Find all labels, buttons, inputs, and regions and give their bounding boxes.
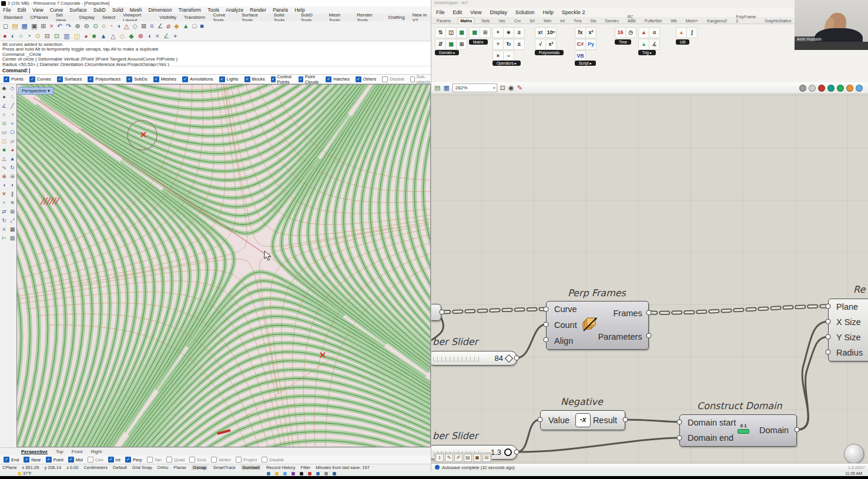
port-nub[interactable] <box>795 427 800 433</box>
trim-icon[interactable]: ✕ <box>0 190 8 199</box>
angle-icon[interactable]: α <box>649 27 660 38</box>
slider-track[interactable] <box>433 357 479 361</box>
status-cell-11[interactable]: Gumball <box>241 465 261 470</box>
gh-tab-15[interactable]: Kangaroo2 <box>705 18 729 24</box>
polyline-icon[interactable]: ∠ <box>0 102 8 110</box>
gem-orange-icon[interactable] <box>846 85 853 92</box>
square-icon[interactable]: x² <box>545 39 557 50</box>
cosine-icon[interactable]: ▲ <box>638 39 649 50</box>
osnap-toggle-checkbox-5[interactable]: ✓ <box>108 457 114 463</box>
gh-tab-11[interactable]: RC ABB <box>626 14 638 24</box>
gh-tab-8[interactable]: Trns <box>572 18 584 24</box>
construct-domain-output-0[interactable]: Domain <box>759 426 789 435</box>
osnap-toggle-icon[interactable]: ◆ <box>174 22 179 30</box>
status-cell-4[interactable]: Centimeters <box>84 465 108 470</box>
zoom-extents-icon[interactable]: ○ <box>102 22 106 30</box>
port-nub[interactable] <box>538 417 543 423</box>
chamfer-icon[interactable]: ◗ <box>8 181 16 190</box>
smooth-numbers-icon[interactable]: ▲ <box>676 27 687 38</box>
ribbon-group-label[interactable]: Polynomials <box>535 50 564 55</box>
gh-menu-3[interactable]: Display <box>490 9 507 15</box>
rhino-toolbar-tab-6[interactable]: Visibility <box>159 15 176 20</box>
selection-filter-checkbox-2[interactable]: ✓ <box>57 76 63 82</box>
ellipse-icon[interactable]: ⊙ <box>35 32 41 40</box>
gh-menu-6[interactable]: Speckle 2 <box>562 9 585 15</box>
domain-matrix-icon[interactable]: ▦ <box>456 27 467 38</box>
port-nub[interactable] <box>544 337 549 343</box>
osnap-toggle-7[interactable]: Tan <box>147 457 162 463</box>
pen-icon[interactable]: ✐ <box>454 454 463 462</box>
ribbon-group-label[interactable]: Util <box>676 39 689 45</box>
selection-filter-0[interactable]: ✓Points <box>4 76 24 82</box>
rhino-menu-4[interactable]: Surface <box>69 7 86 13</box>
sine-icon[interactable]: ▲ <box>638 27 649 38</box>
point-icon[interactable]: ● <box>0 93 8 102</box>
ribbon-group-label[interactable]: Matrix <box>469 39 488 45</box>
explode-icon[interactable]: ✳ <box>8 199 16 207</box>
bounds-icon[interactable]: ▩ <box>445 39 457 50</box>
points-on-icon[interactable]: ◇ <box>8 84 16 93</box>
osnap-toggle-checkbox-4[interactable] <box>88 457 93 463</box>
gem-green-icon[interactable] <box>837 85 844 92</box>
osnap-toggle-checkbox-0[interactable]: ✓ <box>4 457 9 463</box>
zoom-window-icon[interactable]: ⊙ <box>93 22 98 30</box>
radians-icon[interactable]: ∡ <box>649 39 660 50</box>
rectangle-input-3[interactable]: Radius <box>836 349 863 357</box>
gh-tab-9[interactable]: Dis <box>589 18 598 24</box>
split-icon[interactable]: ∠ <box>163 32 169 40</box>
extrude-icon[interactable]: △ <box>0 155 8 163</box>
integrate-icon[interactable]: ∫ <box>686 27 698 38</box>
python-script-icon[interactable]: Py <box>585 39 596 50</box>
factorial-icon[interactable]: x! <box>535 27 546 38</box>
point-icon[interactable]: ● <box>3 32 7 40</box>
status-cell-7[interactable]: Ortho <box>157 465 169 470</box>
slider-handle[interactable] <box>504 448 512 456</box>
rhino-toolbar-tab-1[interactable]: CPlanes <box>30 15 48 20</box>
status-cell-2[interactable]: y 206.14 <box>44 465 61 470</box>
arc-icon[interactable]: ◔ <box>8 110 16 119</box>
taskbar-app-icons[interactable] <box>267 472 336 475</box>
loft-icon[interactable]: ▲ <box>8 155 16 163</box>
ribbon-group-label[interactable]: Time <box>615 39 631 45</box>
deconstruct-matrix-icon[interactable]: ⊞ <box>480 27 491 38</box>
port-nub[interactable] <box>826 304 831 309</box>
rhino-menu-6[interactable]: Solid <box>112 7 123 13</box>
component-negative[interactable]: Value -x Result <box>540 410 625 430</box>
osnap-toggle-checkbox-2[interactable]: ✓ <box>46 457 52 463</box>
osnap-toggle-checkbox-10[interactable] <box>211 457 217 463</box>
gh-tab-1[interactable]: Maths <box>458 18 474 24</box>
selection-filter-checkbox-11[interactable]: ✓ <box>326 76 331 82</box>
gh-tab-4[interactable]: Crv <box>512 18 522 24</box>
gh-tab-12[interactable]: Pufferfish <box>643 18 663 24</box>
copy-icon[interactable]: ⊞ <box>8 207 16 216</box>
component-construct-domain[interactable]: Domain startDomain end 0 1 Domain <box>679 414 797 447</box>
mass-addition-icon[interactable]: ∗ <box>503 27 514 38</box>
selection-filter-6[interactable]: ✓Annotations <box>182 76 213 82</box>
port-nub[interactable] <box>646 310 652 316</box>
selection-filter-3[interactable]: ✓Polysurfaces <box>88 76 120 82</box>
gh-menu-1[interactable]: Edit <box>453 9 463 15</box>
rhino-menu-5[interactable]: SubD <box>93 7 106 13</box>
sweep-icon[interactable]: ◆ <box>129 32 133 40</box>
scale-icon[interactable]: ⤢ <box>8 216 16 225</box>
gh-tab-16[interactable]: PolyFrame 2 <box>734 14 758 24</box>
status-cell-5[interactable]: Default <box>113 465 127 470</box>
selection-filter-checkbox-1[interactable]: ✓ <box>29 76 35 82</box>
similarity-icon[interactable]: ↻ <box>503 39 514 50</box>
plane-icon[interactable]: ▱ <box>8 137 16 146</box>
open-document-icon[interactable]: ▤ <box>434 84 440 92</box>
gem-teal-icon[interactable] <box>827 85 835 92</box>
domain-components-icon[interactable]: ◫ <box>445 27 457 38</box>
rectangle-icon[interactable]: ▭ <box>0 128 8 137</box>
navigation-ball[interactable] <box>844 444 864 463</box>
scale-icon[interactable]: ⊠ <box>141 22 146 30</box>
gh-menu-4[interactable]: Solution <box>515 9 535 15</box>
viewport-tab-3[interactable]: Right <box>91 449 102 454</box>
scribble-icon[interactable]: ☒ <box>482 454 491 462</box>
osnap-toggle-checkbox-6[interactable]: ✓ <box>125 457 131 463</box>
construct-matrix-icon[interactable]: ▦ <box>469 27 480 38</box>
slider-handle[interactable] <box>505 354 513 362</box>
perspective-viewport[interactable]: Perspective ▾ <box>16 84 431 447</box>
number-slider-count[interactable]: 84 <box>431 351 517 366</box>
gh-tab-3[interactable]: Vec <box>497 18 507 24</box>
